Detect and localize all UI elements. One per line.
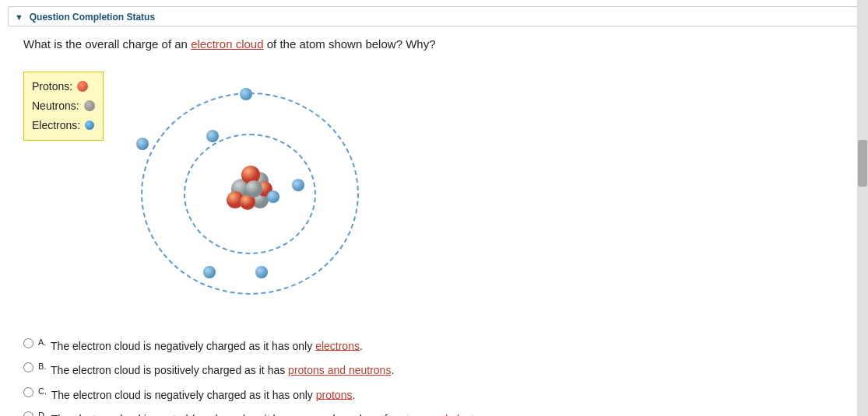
option-a-label: A. [38,337,46,347]
option-a-radio[interactable] [23,338,33,348]
electron-dot-legend [85,121,94,130]
option-b-radio[interactable] [23,362,33,372]
electron-cloud-link[interactable]: electron cloud [191,37,263,51]
option-a-row: A. The electron cloud is negatively char… [23,336,852,355]
proton-dot [77,81,88,92]
option-c-row: C. The electron cloud is negatively char… [23,385,852,404]
electron-2 [136,138,149,150]
option-b-underline: protons and neutrons [288,364,391,376]
option-b-text: B. The electron cloud is positively char… [38,360,394,379]
scrollbar-thumb[interactable] [858,140,867,187]
electrons-label: Electrons: [32,116,80,135]
page-wrapper: ▼ Question Completion Status What is the… [0,0,868,416]
atom-diagram [119,75,384,316]
legend-protons: Protons: [32,77,95,96]
option-c-text: C. The electron cloud is negatively char… [38,385,355,404]
electron-7 [267,191,279,203]
question-suffix: of the atom shown below? Why? [264,37,436,51]
electron-4 [255,266,268,278]
option-d-label: D. [38,411,47,416]
option-d-underline: protons and electrons [390,413,495,416]
question-text: What is the overall charge of an electro… [23,36,852,54]
content-area: What is the overall charge of an electro… [0,26,868,416]
protons-label: Protons: [32,77,72,96]
option-b-label: B. [38,362,46,371]
legend-electrons: Electrons: [32,116,95,135]
neutron-dot [84,100,95,111]
option-d-text: D. The electron cloud is neutral (no cha… [38,409,498,416]
option-d-row: D. The electron cloud is neutral (no cha… [23,409,852,416]
scrollbar[interactable] [857,0,868,416]
electron-3 [292,179,304,191]
electron-6 [206,130,219,142]
electron-5 [203,266,216,278]
neutrons-label: Neutrons: [32,96,79,116]
electron-1 [240,88,252,100]
option-c-label: C. [38,386,47,396]
legend-neutrons: Neutrons: [32,96,95,116]
options-area: A. The electron cloud is negatively char… [23,332,852,417]
option-c-underline: protons [316,388,353,400]
option-c-radio[interactable] [23,387,33,397]
nucleus [216,159,285,220]
legend-box: Protons: Neutrons: Electrons: [23,72,104,142]
completion-status-label: Question Completion Status [30,12,155,23]
option-d-radio[interactable] [23,411,33,416]
svg-point-7 [245,180,262,198]
option-a-text: A. The electron cloud is negatively char… [38,336,363,355]
option-a-underline: electrons [315,339,360,351]
option-b-row: B. The electron cloud is positively char… [23,360,852,379]
diagram-container: Protons: Neutrons: Electrons: [23,68,852,316]
arrow-icon: ▼ [15,12,23,22]
question-prefix: What is the overall charge of an [23,37,191,51]
question-completion-bar: ▼ Question Completion Status [8,6,860,26]
